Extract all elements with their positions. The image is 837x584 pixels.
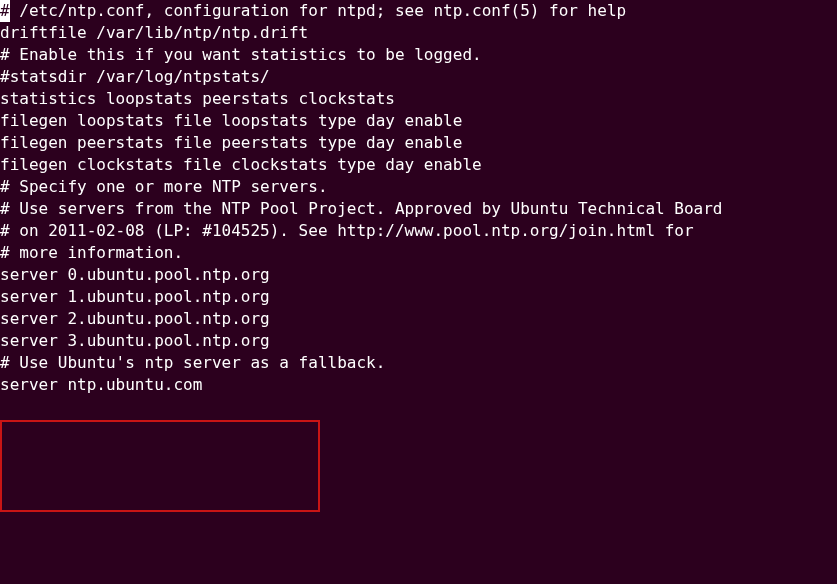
config-line-16: # on 2011-02-08 (LP: #104525). See http:…: [0, 220, 837, 242]
config-line-6: #statsdir /var/log/ntpstats/: [0, 66, 837, 88]
config-line-10: filegen peerstats file peerstats type da…: [0, 132, 837, 154]
config-line-18: server 0.ubuntu.pool.ntp.org: [0, 264, 837, 286]
config-line-19: server 1.ubuntu.pool.ntp.org: [0, 286, 837, 308]
config-line-21: server 3.ubuntu.pool.ntp.org: [0, 330, 837, 352]
config-line-8: statistics loopstats peerstats clockstat…: [0, 88, 837, 110]
config-line-20: server 2.ubuntu.pool.ntp.org: [0, 308, 837, 330]
server-highlight-annotation: [0, 420, 320, 512]
config-line-0: # /etc/ntp.conf, configuration for ntpd;…: [0, 0, 837, 22]
config-line-17: # more information.: [0, 242, 837, 264]
config-line-5: # Enable this if you want statistics to …: [0, 44, 837, 66]
terminal-editor[interactable]: # /etc/ntp.conf, configuration for ntpd;…: [0, 0, 837, 396]
config-line-24: server ntp.ubuntu.com: [0, 374, 837, 396]
config-line-11: filegen clockstats file clockstats type …: [0, 154, 837, 176]
config-line-2: driftfile /var/lib/ntp/ntp.drift: [0, 22, 837, 44]
config-line-23: # Use Ubuntu's ntp server as a fallback.: [0, 352, 837, 374]
config-line-13: # Specify one or more NTP servers.: [0, 176, 837, 198]
config-line-15: # Use servers from the NTP Pool Project.…: [0, 198, 837, 220]
cursor-block: #: [0, 0, 10, 22]
line-text-0: /etc/ntp.conf, configuration for ntpd; s…: [10, 1, 627, 20]
config-line-9: filegen loopstats file loopstats type da…: [0, 110, 837, 132]
